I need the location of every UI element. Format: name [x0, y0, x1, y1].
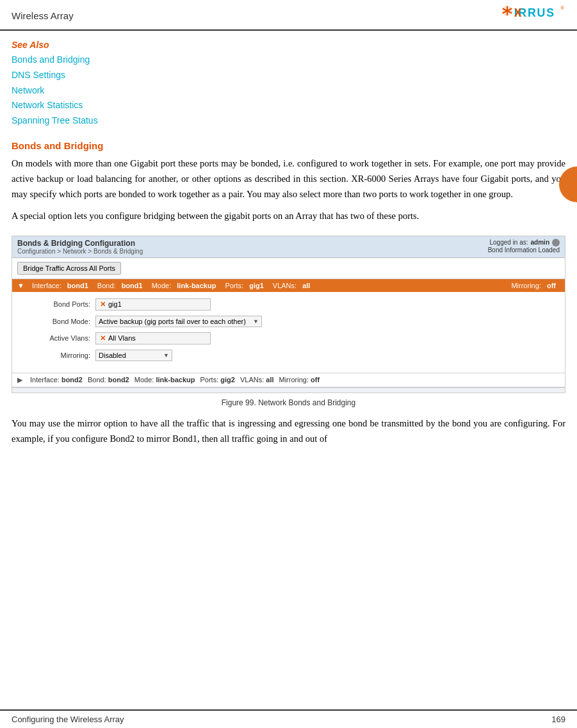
bond2-mode-label: Mode: link-backup	[134, 376, 195, 384]
bond1-bond-label: Bond: bond1	[97, 282, 143, 289]
body-paragraph-3: You may use the mirror option to have al…	[12, 416, 565, 447]
logged-in-info: Logged in as: admin	[488, 239, 560, 247]
bond-mode-value: Active backup (gig ports fail over to ea…	[95, 316, 262, 327]
bond2-interface-label: Interface: bond2	[30, 376, 83, 384]
figure-caption: Figure 99. Network Bonds and Bridging	[12, 398, 565, 407]
bond-ports-tag-val: gig1	[108, 300, 122, 308]
bond1-interface-label: Interface: bond1	[32, 282, 88, 289]
bond-mode-select[interactable]: Active backup (gig ports fail over to ea…	[95, 316, 262, 327]
screenshot-breadcrumb: Configuration > Network > Bonds & Bridgi…	[17, 248, 143, 255]
mirroring-row: Mirroring: Disabled ▼	[25, 350, 552, 361]
bond1-mode-label: Mode: link-backup	[152, 282, 216, 289]
main-content: See Also Bonds and Bridging DNS Settings…	[0, 31, 577, 462]
bond2-arrow: ▶	[17, 376, 22, 384]
active-vlans-tag: ✕ All Vlans	[95, 332, 211, 344]
bond-mode-select-val: Active backup (gig ports fail over to ea…	[99, 318, 246, 325]
screenshot-content: Bonds & Bridging Configuration Configura…	[12, 236, 565, 392]
see-also-link-stats[interactable]: Network Statistics	[12, 98, 565, 113]
bond-ports-value: ✕ gig1	[95, 298, 211, 311]
logged-in-user: admin	[531, 239, 549, 246]
svg-text:®: ®	[561, 6, 565, 11]
bond2-row[interactable]: ▶ Interface: bond2 Bond: bond2 Mode: lin…	[12, 373, 565, 387]
bond-info-status: Bond Information Loaded	[488, 247, 560, 254]
tag-x-icon[interactable]: ✕	[100, 300, 106, 309]
screenshot-header-right: Logged in as: admin Bond Information Loa…	[488, 239, 560, 254]
screenshot-footer	[12, 387, 565, 392]
page-header: Wireless Array IRRUS X ®	[0, 0, 577, 31]
active-vlans-value: ✕ All Vlans	[95, 332, 211, 344]
bridge-traffic-button[interactable]: Bridge Traffic Across All Ports	[17, 262, 121, 275]
bond2-ports-label: Ports: gig2	[200, 376, 235, 384]
see-also-link-spanning[interactable]: Spanning Tree Status	[12, 113, 565, 129]
bond-mode-label: Bond Mode:	[25, 318, 95, 325]
bond-ports-label: Bond Ports:	[25, 300, 95, 308]
active-vlans-row: Active Vlans: ✕ All Vlans	[25, 332, 552, 344]
logged-in-label: Logged in as:	[489, 239, 528, 246]
bond-ports-row: Bond Ports: ✕ gig1	[25, 298, 552, 311]
header-title: Wireless Array	[12, 10, 74, 21]
mirroring-select-val: Disabled	[99, 352, 126, 359]
bond1-vlans-label: VLANs: all	[273, 282, 311, 289]
bond1-ports-label: Ports: gig1	[225, 282, 263, 289]
footer-left: Configuring the Wireless Array	[12, 715, 124, 724]
footer-page-number: 169	[551, 715, 565, 724]
body-paragraph-2: A special option lets you configure brid…	[12, 209, 565, 224]
select-arrow-icon: ▼	[253, 318, 259, 325]
bond2-mirroring: Mirroring: off	[279, 376, 320, 384]
mirroring-value: Disabled ▼	[95, 350, 172, 361]
svg-text:X: X	[514, 6, 522, 19]
bond1-mirroring: Mirroring: off	[511, 282, 556, 289]
mirroring-select[interactable]: Disabled ▼	[95, 350, 172, 361]
see-also-section: See Also Bonds and Bridging DNS Settings…	[12, 40, 565, 129]
active-vlans-label: Active Vlans:	[25, 334, 95, 342]
screenshot-header-left: Bonds & Bridging Configuration Configura…	[17, 239, 143, 255]
see-also-link-dns[interactable]: DNS Settings	[12, 68, 565, 83]
section-heading: Bonds and Bridging	[12, 140, 565, 151]
bond-ports-tag: ✕ gig1	[95, 298, 211, 311]
mirroring-label: Mirroring:	[25, 352, 95, 359]
see-also-link-network[interactable]: Network	[12, 83, 565, 99]
see-also-link-bonds[interactable]: Bonds and Bridging	[12, 53, 565, 68]
see-also-title: See Also	[12, 40, 565, 50]
screenshot-toolbar: Bridge Traffic Across All Ports	[12, 258, 565, 279]
logo: IRRUS X ®	[497, 5, 565, 26]
screenshot-header: Bonds & Bridging Configuration Configura…	[12, 236, 565, 258]
screenshot-title: Bonds & Bridging Configuration	[17, 239, 143, 248]
bond1-details: Bond Ports: ✕ gig1 Bond Mode: Active bac…	[12, 292, 565, 373]
bond1-row[interactable]: ▼ Interface: bond1 Bond: bond1 Mode: lin…	[12, 279, 565, 292]
bond1-arrow: ▼	[17, 282, 24, 289]
mirroring-select-arrow-icon: ▼	[163, 352, 169, 359]
gear-icon[interactable]	[552, 239, 560, 247]
bond2-vlans-label: VLANs: all	[240, 376, 274, 384]
figure-screenshot: Bonds & Bridging Configuration Configura…	[12, 236, 565, 393]
vlans-tag-x-icon[interactable]: ✕	[100, 334, 106, 343]
xirrus-logo-svg: IRRUS X ®	[497, 5, 565, 26]
body-paragraph-1: On models with more than one Gigabit por…	[12, 156, 565, 202]
active-vlans-tag-val: All Vlans	[108, 334, 136, 342]
bond2-bond-label: Bond: bond2	[88, 376, 129, 384]
bond-mode-row: Bond Mode: Active backup (gig ports fail…	[25, 316, 552, 327]
page-footer: Configuring the Wireless Array 169	[0, 709, 577, 728]
